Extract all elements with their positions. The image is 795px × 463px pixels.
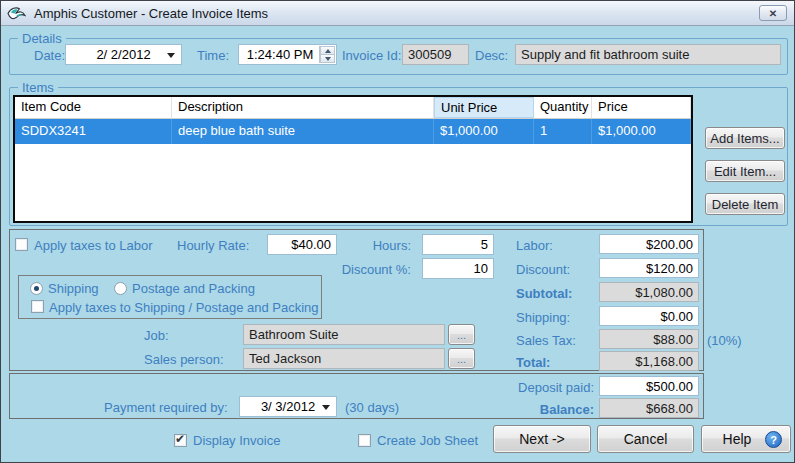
discount-label: Discount:	[516, 262, 570, 277]
help-button[interactable]: Help ?	[701, 425, 791, 453]
create-invoice-items-window: Amphis Customer - Create Invoice Items ✕…	[0, 0, 795, 463]
title-bar[interactable]: Amphis Customer - Create Invoice Items ✕	[1, 1, 794, 26]
column-header-price[interactable]: Price	[592, 97, 691, 118]
edit-item-button[interactable]: Edit Item...	[705, 160, 785, 182]
sales-person-label: Sales person:	[144, 352, 224, 367]
invoice-id-label: Invoice Id:	[342, 48, 401, 63]
payment-date-value: 3/ 3/2012	[261, 399, 315, 414]
shipping-label: Shipping:	[516, 310, 570, 325]
hours-input[interactable]: 5	[422, 234, 494, 255]
discount-value: $120.00	[646, 261, 693, 276]
invoice-items-table[interactable]: Item Code Description Unit Price Quantit…	[13, 95, 693, 223]
hours-label: Hours:	[301, 238, 411, 253]
window-title: Amphis Customer - Create Invoice Items	[34, 6, 268, 21]
column-header-description[interactable]: Description	[172, 97, 434, 118]
add-items-button[interactable]: Add Items...	[705, 127, 785, 149]
deposit-paid-input[interactable]: $500.00	[599, 376, 699, 396]
desc-label: Desc:	[475, 48, 508, 63]
date-value: 2/ 2/2012	[96, 47, 150, 62]
postage-packing-radio-label: Postage and Packing	[132, 281, 255, 296]
desc-value: Supply and fit bathroom suite	[521, 47, 689, 62]
time-spinner[interactable]	[319, 46, 335, 63]
subtotal-value: $1,080.00	[635, 285, 693, 300]
create-job-sheet-checkbox[interactable]	[358, 434, 371, 447]
labor-input[interactable]: $200.00	[599, 234, 699, 254]
invoice-id-field: 300509	[402, 44, 469, 65]
apply-taxes-labor-label: Apply taxes to Labor	[34, 238, 153, 253]
date-label: Date:	[34, 48, 65, 63]
chevron-down-icon[interactable]	[322, 405, 330, 410]
sales-tax-rate-note: (10%)	[707, 333, 742, 348]
desc-field: Supply and fit bathroom suite	[515, 44, 781, 65]
create-job-sheet-label: Create Job Sheet	[377, 433, 478, 448]
cell-description: deep blue bath suite	[172, 119, 434, 144]
apply-taxes-shipping-checkbox[interactable]	[31, 300, 44, 313]
shipping-input[interactable]: $0.00	[599, 306, 699, 326]
display-invoice-label: Display Invoice	[193, 433, 280, 448]
sales-person-browse-button[interactable]: ...	[448, 348, 475, 369]
app-icon	[7, 5, 26, 22]
hourly-rate-label: Hourly Rate:	[177, 238, 249, 253]
labor-label: Labor:	[516, 238, 553, 253]
shipping-value: $0.00	[660, 309, 693, 324]
column-header-quantity[interactable]: Quantity	[534, 97, 592, 118]
total-field: $1,168.00	[599, 351, 699, 371]
delete-item-button[interactable]: Delete Item	[705, 193, 785, 215]
column-header-unit-price[interactable]: Unit Price	[434, 97, 534, 118]
apply-taxes-labor-checkbox[interactable]	[15, 238, 28, 251]
deposit-paid-value: $500.00	[646, 379, 693, 394]
balance-field: $668.00	[599, 398, 699, 418]
time-input[interactable]: 1:24:40 PM	[238, 44, 337, 65]
sales-tax-field: $88.00	[599, 329, 699, 349]
invoice-id-value: 300509	[408, 47, 451, 62]
time-value: 1:24:40 PM	[247, 47, 314, 62]
subtotal-label: Subtotal:	[516, 286, 572, 301]
job-field: Bathroom Suite	[243, 324, 445, 345]
balance-label: Balance:	[481, 402, 594, 417]
payment-terms-note: (30 days)	[345, 400, 399, 415]
apply-taxes-shipping-label: Apply taxes to Shipping / Postage and Pa…	[49, 300, 319, 315]
discount-pct-input[interactable]: 10	[422, 258, 494, 279]
spinner-up-icon[interactable]	[320, 46, 335, 55]
sales-tax-value: $88.00	[653, 332, 693, 347]
discount-pct-value: 10	[474, 261, 488, 276]
payment-date-picker[interactable]: 3/ 3/2012	[239, 396, 337, 417]
subtotal-field: $1,080.00	[599, 282, 699, 302]
total-label: Total:	[516, 355, 550, 370]
shipping-radio[interactable]	[30, 282, 43, 295]
sales-person-field: Ted Jackson	[243, 348, 445, 369]
job-browse-button[interactable]: ...	[448, 324, 475, 345]
display-invoice-checkbox[interactable]	[174, 434, 187, 447]
table-header-row: Item Code Description Unit Price Quantit…	[15, 97, 691, 119]
sales-person-value: Ted Jackson	[249, 351, 321, 366]
balance-value: $668.00	[646, 401, 693, 416]
cell-price: $1,000.00	[592, 119, 691, 144]
time-label: Time:	[197, 48, 229, 63]
close-icon[interactable]: ✕	[759, 5, 787, 21]
cell-unit-price: $1,000.00	[434, 119, 534, 144]
payment-required-by-label: Payment required by:	[104, 400, 228, 415]
labor-value: $200.00	[646, 237, 693, 252]
job-label: Job:	[144, 328, 169, 343]
postage-packing-radio[interactable]	[114, 282, 127, 295]
chevron-down-icon[interactable]	[167, 53, 175, 58]
cancel-button[interactable]: Cancel	[597, 425, 694, 453]
table-row[interactable]: SDDX3241 deep blue bath suite $1,000.00 …	[15, 119, 691, 144]
details-group-label: Details	[18, 31, 66, 46]
date-picker[interactable]: 2/ 2/2012	[65, 44, 182, 65]
discount-input[interactable]: $120.00	[599, 258, 699, 278]
total-value: $1,168.00	[635, 354, 693, 369]
column-header-item-code[interactable]: Item Code	[15, 97, 172, 118]
items-group-label: Items	[18, 80, 58, 95]
cell-quantity: 1	[534, 119, 592, 144]
help-button-label: Help	[723, 431, 752, 447]
shipping-radio-label: Shipping	[48, 281, 99, 296]
spinner-down-icon[interactable]	[320, 55, 335, 63]
deposit-paid-label: Deposit paid:	[481, 380, 594, 395]
help-question-icon: ?	[765, 431, 782, 448]
hours-value: 5	[481, 237, 488, 252]
sales-tax-label: Sales Tax:	[516, 333, 576, 348]
job-value: Bathroom Suite	[249, 327, 339, 342]
cell-item-code: SDDX3241	[15, 119, 172, 144]
next-button[interactable]: Next ->	[493, 425, 591, 453]
